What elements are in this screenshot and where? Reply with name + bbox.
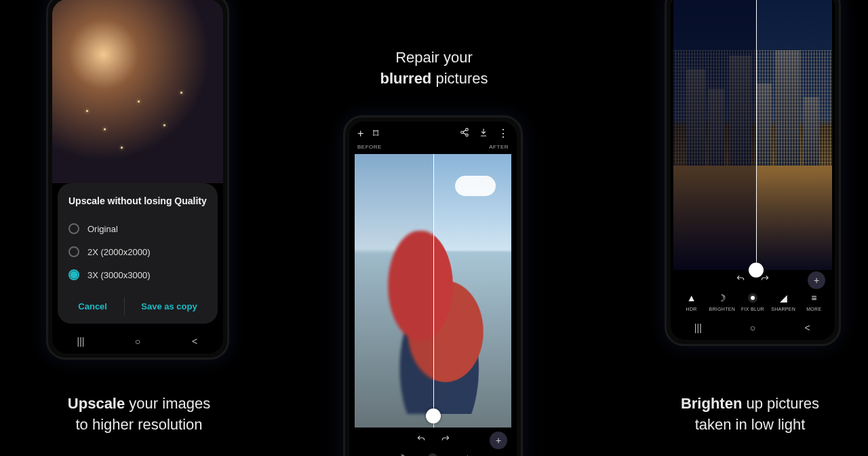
tool-fixblur[interactable]: FIX BLUR — [737, 292, 768, 311]
cancel-button[interactable]: Cancel — [73, 297, 113, 316]
save-as-copy-button[interactable]: Save as copy — [136, 297, 202, 316]
add-effect-button[interactable]: + — [490, 432, 507, 449]
tool-hdr[interactable]: ▲ HDR — [355, 452, 386, 456]
undo-icon[interactable] — [734, 274, 747, 286]
redo-icon[interactable] — [439, 434, 452, 446]
photo-sparklers — [52, 0, 223, 183]
fixblur-icon — [427, 452, 439, 456]
tool-hdr[interactable]: ▲ HDR — [676, 292, 707, 311]
compare-view-city[interactable] — [673, 0, 832, 270]
phone-brighten: + ▲ HDR ☽ BRIGHTEN FIX BLUR ◢ SHARPEN ≡ … — [665, 0, 841, 346]
after-label: AFTER — [489, 144, 509, 150]
tool-brighten[interactable]: ☽ BRIGHTEN — [386, 452, 417, 456]
before-label: BEFORE — [357, 144, 382, 150]
add-effect-button[interactable]: + — [808, 271, 825, 289]
radio-3x[interactable]: 3X (3000x3000) — [68, 263, 207, 286]
editor-topbar: + ⌑ ⋮ — [349, 121, 517, 142]
svg-point-0 — [466, 128, 469, 131]
brighten-icon: ☽ — [395, 452, 408, 456]
home-button[interactable]: ○ — [124, 336, 151, 347]
caption-brighten: Brighten up pictures taken in low light — [662, 394, 838, 436]
svg-point-2 — [466, 134, 469, 136]
tool-more[interactable]: ≡ MORE — [799, 292, 829, 311]
compare-view[interactable] — [355, 154, 511, 428]
brighten-icon: ☽ — [716, 292, 728, 304]
dialog-title: Upscale without losing Quality — [68, 195, 207, 206]
add-icon[interactable]: + — [357, 128, 363, 140]
radio-original[interactable]: Original — [68, 217, 207, 240]
recents-button[interactable]: ||| — [684, 322, 711, 333]
more-tools-icon: ≡ — [490, 452, 502, 456]
back-button[interactable]: < — [181, 336, 208, 347]
redo-icon[interactable] — [759, 274, 771, 286]
tool-fixblur[interactable]: FIX BLUR — [417, 452, 448, 456]
tool-brighten[interactable]: ☽ BRIGHTEN — [707, 292, 737, 311]
svg-line-4 — [463, 132, 466, 134]
fixblur-icon — [747, 292, 759, 304]
tool-row: ▲ HDR ☽ BRIGHTEN FIX BLUR ◢ SHARPEN ≡ MO… — [349, 451, 517, 456]
radio-icon — [68, 223, 79, 234]
tool-sharpen[interactable]: ◢ SHARPEN — [449, 452, 480, 456]
phone-fixblur: + ⌑ ⋮ BEFORE AFTER — [343, 115, 523, 456]
download-icon[interactable] — [479, 128, 488, 140]
recents-button[interactable]: ||| — [67, 336, 94, 347]
hdr-icon: ▲ — [686, 292, 698, 304]
back-button[interactable]: < — [794, 322, 821, 333]
hdr-icon: ▲ — [364, 452, 376, 456]
compare-divider — [756, 0, 757, 270]
caption-repair: Repair your blurred pictures — [353, 48, 515, 90]
caption-upscale: Upscale your images to higher resolution — [47, 394, 231, 436]
upscale-dialog: Upscale without losing Quality Original … — [58, 183, 218, 324]
svg-point-1 — [461, 131, 464, 134]
radio-icon — [68, 246, 79, 257]
tool-sharpen[interactable]: ◢ SHARPEN — [768, 292, 799, 311]
tool-row: ▲ HDR ☽ BRIGHTEN FIX BLUR ◢ SHARPEN ≡ MO… — [671, 290, 835, 316]
undo-icon[interactable] — [415, 434, 427, 446]
radio-checked-icon — [68, 269, 79, 280]
sharpen-icon: ◢ — [777, 292, 789, 304]
android-navbar: ||| ○ < — [671, 316, 835, 340]
svg-line-3 — [463, 130, 466, 131]
share-icon[interactable] — [460, 128, 469, 140]
phone-upscale: Upscale without losing Quality Original … — [46, 0, 229, 360]
android-navbar: ||| ○ < — [52, 329, 223, 354]
compare-handle[interactable] — [426, 408, 441, 423]
tool-more[interactable]: ≡ MORE — [480, 452, 511, 456]
crop-icon[interactable]: ⌑ — [373, 127, 378, 140]
radio-2x[interactable]: 2X (2000x2000) — [68, 240, 207, 263]
sharpen-icon: ◢ — [458, 452, 471, 456]
compare-handle[interactable] — [749, 263, 764, 278]
more-tools-icon: ≡ — [808, 292, 820, 304]
more-icon[interactable]: ⋮ — [498, 127, 509, 140]
home-button[interactable]: ○ — [739, 322, 766, 333]
compare-divider — [433, 154, 435, 428]
